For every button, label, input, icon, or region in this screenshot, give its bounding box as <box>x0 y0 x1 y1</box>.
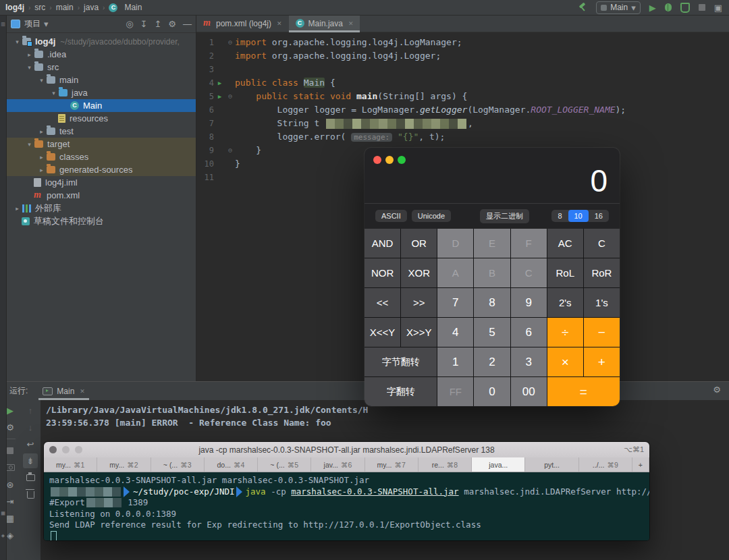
hide-windows-icon[interactable]: ▣ <box>714 3 722 12</box>
terminal-tab[interactable]: jav...⌘6 <box>311 457 364 472</box>
tree-chevron-icon[interactable]: ▸ <box>12 205 22 212</box>
calc-key--[interactable]: 字翻转 <box>364 377 437 406</box>
calc-key--[interactable]: >> <box>401 288 437 317</box>
calc-key-nor[interactable]: NOR <box>364 258 400 287</box>
terminal-tab[interactable]: my...⌘2 <box>97 457 151 472</box>
calc-key-rol[interactable]: RoL <box>547 258 583 287</box>
chevron-down-icon[interactable]: ▾ <box>44 20 49 28</box>
mode-button-unicode[interactable]: Unicode <box>412 210 451 222</box>
calc-key-and[interactable]: AND <box>364 229 400 258</box>
editor-tab[interactable]: CMain.java✕ <box>289 15 360 32</box>
calc-key-ff[interactable]: FF <box>437 377 473 406</box>
code-line[interactable]: 7 String t , <box>196 117 729 130</box>
run-configuration-select[interactable]: Main ▾ <box>596 1 641 14</box>
calc-key-9[interactable]: 9 <box>511 288 547 317</box>
window-zoom-button[interactable] <box>398 156 406 164</box>
code-line[interactable]: 5▶⊖ public static void main(String[] arg… <box>196 90 729 103</box>
tree-item-main[interactable]: CMain <box>7 99 196 112</box>
terminal-tab[interactable]: ~ (...⌘3 <box>151 457 205 472</box>
calc-key-00[interactable]: 00 <box>511 377 547 406</box>
calc-key-4[interactable]: 4 <box>437 318 473 347</box>
prev-stacktrace-button[interactable]: ↑ <box>23 403 38 418</box>
calc-key--[interactable]: 字节翻转 <box>364 347 437 376</box>
terminal-tab[interactable]: pyt... <box>525 457 578 472</box>
run-settings-gear-icon[interactable]: ⚙ <box>713 385 721 394</box>
calc-key-b[interactable]: B <box>474 258 510 287</box>
terminal-tab[interactable]: ~ (...⌘5 <box>258 457 311 472</box>
calc-key-6[interactable]: 6 <box>511 318 547 347</box>
calc-key-1-s[interactable]: 1's <box>584 288 620 317</box>
tree-item--[interactable]: ▸外部库 <box>7 202 196 215</box>
tree-item-test[interactable]: ▸test <box>7 125 196 138</box>
calc-key-or[interactable]: OR <box>401 229 437 258</box>
calc-key-ror[interactable]: RoR <box>584 258 620 287</box>
calc-key--[interactable]: + <box>584 347 620 376</box>
terminal-tab[interactable]: re...⌘8 <box>418 457 472 472</box>
calc-key--[interactable]: × <box>547 347 583 376</box>
calc-key--[interactable]: − <box>584 318 620 347</box>
window-close-button[interactable] <box>373 156 381 164</box>
next-stacktrace-button[interactable]: ↓ <box>23 420 38 435</box>
calc-key-ac[interactable]: AC <box>547 229 583 258</box>
settings-gear-icon[interactable]: ⚙ <box>168 20 176 28</box>
tree-item-log4j[interactable]: ▾log4j~/study/javacode/dubbo/provider, <box>7 35 196 48</box>
terminal-tab[interactable]: do...⌘4 <box>205 457 258 472</box>
calc-key-x-y[interactable]: X>>Y <box>401 318 437 347</box>
base-option-10[interactable]: 10 <box>568 210 589 222</box>
code-line[interactable]: 4▶public class Main { <box>196 76 729 90</box>
close-icon[interactable]: ✕ <box>80 388 85 395</box>
stripe-bookmark-icon[interactable]: ▦ <box>0 511 6 516</box>
coverage-button[interactable] <box>680 3 690 13</box>
stop-process-button[interactable] <box>7 447 14 454</box>
hide-panel-button[interactable]: — <box>183 20 192 28</box>
tree-item--idea[interactable]: ▸.idea <box>7 48 196 61</box>
build-hammer-icon[interactable] <box>578 3 587 12</box>
debug-button[interactable] <box>665 3 672 11</box>
code-line[interactable]: 1⊖import org.apache.logging.log4j.LogMan… <box>196 36 729 49</box>
mode-button-ascii[interactable]: ASCII <box>375 210 407 222</box>
calc-key--[interactable]: = <box>547 377 620 406</box>
print-button[interactable] <box>26 474 35 481</box>
show-binary-button[interactable]: 显示二进制 <box>480 209 529 223</box>
tree-item-target[interactable]: ▾target <box>7 138 196 150</box>
terminal-tab[interactable]: my...⌘7 <box>365 457 418 472</box>
calc-key-f[interactable]: F <box>511 229 547 258</box>
editor-tab[interactable]: mpom.xml (log4j)✕ <box>196 15 289 32</box>
tree-chevron-icon[interactable]: ▾ <box>24 64 34 71</box>
calc-key-a[interactable]: A <box>437 258 473 287</box>
calc-key-c[interactable]: C <box>511 258 547 287</box>
breadcrumb-item[interactable]: main <box>56 3 74 12</box>
terminal-tab[interactable]: ../...⌘9 <box>579 457 632 472</box>
calc-key-d[interactable]: D <box>437 229 473 258</box>
collapse-all-button[interactable]: ↥ <box>154 20 161 28</box>
calc-key-xor[interactable]: XOR <box>401 258 437 287</box>
new-tab-button[interactable]: + <box>632 457 649 472</box>
calc-key-x-y[interactable]: X<<Y <box>364 318 400 347</box>
calc-key-e[interactable]: E <box>474 229 510 258</box>
run-button[interactable]: ▶ <box>649 3 656 12</box>
calc-key-1[interactable]: 1 <box>437 347 473 376</box>
tree-item-java[interactable]: ▾java <box>7 86 196 99</box>
tree-chevron-icon[interactable]: ▸ <box>36 167 47 173</box>
calc-key--[interactable]: << <box>364 288 400 317</box>
code-line[interactable]: 3 <box>196 63 729 76</box>
breadcrumb-item[interactable]: log4j <box>5 3 24 12</box>
tree-item-main[interactable]: ▾main <box>7 74 196 86</box>
calc-key-2-s[interactable]: 2's <box>547 288 583 317</box>
tree-chevron-icon[interactable]: ▾ <box>49 90 59 96</box>
close-icon[interactable]: ✕ <box>348 20 354 27</box>
tree-chevron-icon[interactable]: ▸ <box>24 51 34 58</box>
stripe-pin-icon[interactable]: ◈ <box>0 533 6 538</box>
terminal-tab[interactable]: my...⌘1 <box>44 457 97 472</box>
stripe-top-icon[interactable]: ▥ <box>0 22 6 27</box>
tree-chevron-icon[interactable]: ▸ <box>36 128 47 135</box>
tree-item--[interactable]: 草稿文件和控制台 <box>7 215 196 227</box>
calc-key-2[interactable]: 2 <box>474 347 510 376</box>
tree-chevron-icon[interactable]: ▾ <box>36 77 47 84</box>
locate-file-button[interactable]: ◎ <box>126 20 133 28</box>
screenshot-icon[interactable] <box>6 464 15 471</box>
calc-key-7[interactable]: 7 <box>437 288 473 317</box>
base-option-16[interactable]: 16 <box>589 210 609 222</box>
terminal-title-bar[interactable]: java -cp marshalsec-0.0.3-SNAPSHOT-all.j… <box>44 442 649 457</box>
tree-item-generated-sources[interactable]: ▸generated-sources <box>7 163 196 176</box>
